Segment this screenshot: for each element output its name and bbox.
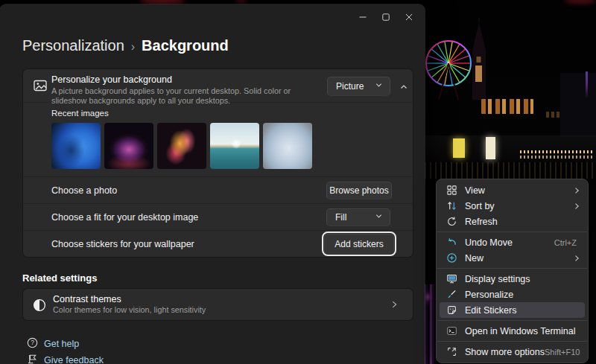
chevron-right-icon [389,299,399,313]
menu-item-refresh[interactable]: Refresh [440,214,585,229]
menu-separator [437,341,587,342]
building-silhouette [560,73,596,137]
menu-item-label: Display settings [465,274,580,284]
brush-icon [446,289,457,301]
chevron-down-icon [375,81,383,92]
choose-stickers-row: Choose stickers for your wallpaper Add s… [23,231,413,258]
window-controls [351,7,420,27]
row-label: Choose a photo [51,185,117,196]
recent-images-row [51,123,413,169]
expand-icon [446,346,457,358]
grid-icon [446,185,457,197]
chevron-up-icon[interactable] [399,81,408,95]
sticker-icon [446,304,457,316]
menu-item-edit-stickers[interactable]: Edit Stickers [440,302,585,318]
recent-image-windows-bloom-blue[interactable] [51,123,101,169]
sort-arrows-icon [446,200,457,212]
contrast-icon [33,298,46,315]
browse-photos-button[interactable]: Browse photos [326,182,392,199]
dropdown-value: Picture [336,81,364,92]
bridge-with-lights [425,135,596,162]
image-icon [33,78,48,96]
chevron-right-icon [572,254,581,263]
red-light-glow [235,0,247,3]
string-lights [520,150,595,153]
minimize-button[interactable] [351,7,374,27]
menu-item-show-more-options[interactable]: Show more options Shift+F10 [440,344,585,360]
card-title: Personalize your background [51,74,320,86]
chevron-right-icon [572,186,581,195]
breadcrumb-separator-icon: › [131,39,135,54]
undo-icon [446,237,457,249]
chevron-right-icon [572,202,581,211]
lit-panel-yellow [453,138,465,158]
menu-item-new[interactable]: New [440,250,585,266]
recent-image-sun-over-water[interactable] [210,123,259,169]
water-reflections [425,162,596,179]
feedback-icon [27,354,38,364]
string-lights [520,156,595,159]
menu-separator [437,320,587,321]
add-stickers-button[interactable]: Add stickers [324,234,394,254]
row-label: Choose a fit for your desktop image [51,212,198,223]
red-light-glow [565,0,596,4]
settings-window: Personalization › Background Personalize… [0,4,425,364]
menu-item-shortcut: Ctrl+Z [554,238,577,247]
church-tower [466,18,492,101]
menu-item-label: View [465,185,572,196]
lit-panel-pale [486,137,495,159]
menu-item-label: Open in Windows Terminal [465,326,580,336]
menu-item-personalize[interactable]: Personalize [440,287,585,302]
menu-item-label: New [465,253,572,264]
terminal-icon [446,325,457,337]
close-button[interactable] [397,7,420,27]
contrast-themes-subtitle: Color themes for low vision, light sensi… [53,305,206,315]
background-type-dropdown[interactable]: Picture [327,77,390,96]
menu-item-label: Show more options [465,347,545,357]
get-help-link[interactable]: ? Get help [27,337,79,351]
breadcrumb-parent[interactable]: Personalization [22,37,124,54]
personalize-background-card: Personalize your background A picture ba… [22,68,413,258]
recent-images-section: Recent images [23,103,413,177]
refresh-icon [446,216,457,228]
menu-separator [437,232,587,232]
maximize-button[interactable] [374,7,397,27]
menu-item-label: Refresh [465,217,580,227]
card-header[interactable]: Personalize your background A picture ba… [23,69,413,103]
monitor-icon [446,273,457,285]
fit-dropdown[interactable]: Fill [326,208,390,226]
recent-images-label: Recent images [51,109,413,118]
breadcrumb: Personalization › Background [22,37,229,54]
choose-fit-row: Choose a fit for your desktop image Fill [23,204,413,231]
screen: Personalization › Background Personalize… [0,0,596,364]
contrast-themes-title: Contrast themes [53,294,206,305]
svg-text:?: ? [31,339,34,346]
choose-photo-row: Choose a photo Browse photos [23,177,413,204]
help-icon: ? [27,337,38,351]
menu-item-shortcut: Shift+F10 [545,348,580,357]
give-feedback-link[interactable]: Give feedback [27,354,104,364]
page-title: Background [142,37,229,54]
contrast-themes-card[interactable]: Contrast themes Color themes for low vis… [22,288,413,321]
recent-image-dark-purple-glow[interactable] [104,123,153,169]
plus-circle-icon [446,252,457,264]
menu-item-label: Undo Move [465,237,554,248]
menu-separator [437,268,587,269]
recent-image-abstract-bloom-dark[interactable] [157,123,206,169]
menu-item-label: Edit Stickers [465,305,580,316]
lit-building-windows [481,99,533,114]
neon-light-line [586,71,588,98]
menu-item-open-in-windows-terminal[interactable]: Open in Windows Terminal [440,323,585,339]
menu-item-undo-move[interactable]: Undo Move Ctrl+Z [440,234,585,250]
menu-item-view[interactable]: View [440,182,585,198]
dropdown-value: Fill [335,212,346,223]
recent-image-bloom-light-blue[interactable] [263,123,312,169]
chevron-down-icon [375,212,383,223]
menu-item-sort-by[interactable]: Sort by [440,198,585,214]
desktop-context-menu: View Sort by Refresh Undo Move Ctrl+Z [436,179,589,363]
menu-item-label: Personalize [465,290,580,300]
give-feedback-label: Give feedback [44,355,104,364]
related-settings-header: Related settings [22,272,97,284]
get-help-label: Get help [44,339,79,349]
menu-item-display-settings[interactable]: Display settings [440,271,585,287]
